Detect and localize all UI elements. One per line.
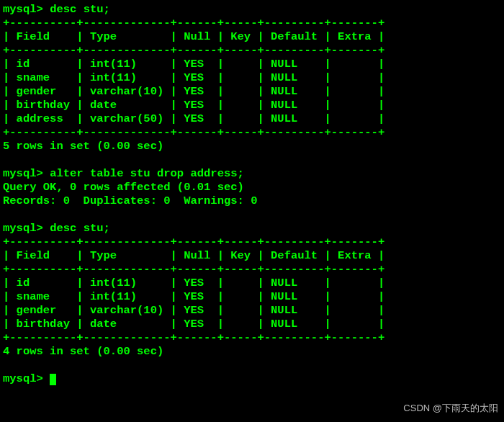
table-row: | gender | varchar(10) | YES | | NULL | … <box>3 85 501 99</box>
table-border: +----------+-------------+------+-----+-… <box>3 235 501 249</box>
table-row: | id | int(11) | YES | | NULL | | <box>3 58 501 71</box>
query-ok: Query OK, 0 rows affected (0.01 sec) <box>3 181 501 194</box>
command-desc-2: desc stu; <box>50 222 110 235</box>
table-header: | Field | Type | Null | Key | Default | … <box>3 30 501 44</box>
table-border: +----------+-------------+------+-----+-… <box>3 126 501 140</box>
cursor-icon <box>50 374 56 385</box>
blank-line <box>3 153 501 167</box>
table-row: | birthday | date | YES | | NULL | | <box>3 318 501 331</box>
mysql-prompt: mysql> <box>3 372 50 385</box>
mysql-prompt: mysql> <box>3 222 50 235</box>
table-border: +----------+-------------+------+-----+-… <box>3 17 501 30</box>
prompt-line-3: mysql> desc stu; <box>3 222 501 235</box>
watermark-text: CSDN @下雨天的太阳 <box>403 401 498 415</box>
blank-line <box>3 359 501 372</box>
mysql-prompt: mysql> <box>3 167 50 180</box>
table-header: | Field | Type | Null | Key | Default | … <box>3 249 501 263</box>
prompt-line-2: mysql> alter table stu drop address; <box>3 167 501 181</box>
prompt-line-1: mysql> desc stu; <box>3 3 501 17</box>
table-row: | sname | int(11) | YES | | NULL | | <box>3 290 501 304</box>
command-desc-1: desc stu; <box>50 3 110 16</box>
table-border: +----------+-------------+------+-----+-… <box>3 263 501 277</box>
result-summary: 4 rows in set (0.00 sec) <box>3 345 501 359</box>
table-row: | id | int(11) | YES | | NULL | | <box>3 277 501 290</box>
blank-line <box>3 208 501 222</box>
mysql-prompt: mysql> <box>3 3 50 16</box>
table-row: | sname | int(11) | YES | | NULL | | <box>3 71 501 85</box>
records-line: Records: 0 Duplicates: 0 Warnings: 0 <box>3 194 501 208</box>
command-alter: alter table stu drop address; <box>50 167 244 180</box>
table-border: +----------+-------------+------+-----+-… <box>3 44 501 58</box>
table-row: | gender | varchar(10) | YES | | NULL | … <box>3 304 501 318</box>
result-summary: 5 rows in set (0.00 sec) <box>3 140 501 153</box>
table-row: | address | varchar(50) | YES | | NULL |… <box>3 112 501 126</box>
table-row: | birthday | date | YES | | NULL | | <box>3 99 501 112</box>
prompt-line-4[interactable]: mysql> <box>3 372 501 386</box>
table-border: +----------+-------------+------+-----+-… <box>3 331 501 345</box>
